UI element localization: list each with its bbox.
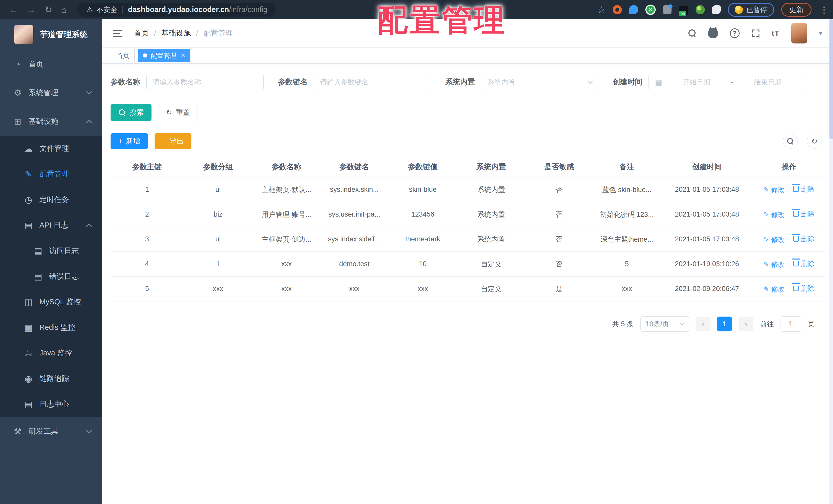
add-button[interactable]: + 新增 <box>111 133 148 149</box>
browser-extensions-area: ☆ × 已暂停 更新 ⋮ <box>597 3 833 17</box>
extension-leaf-icon[interactable] <box>695 5 705 14</box>
sidebar-item-file-management[interactable]: ☁ 文件管理 <box>0 136 102 161</box>
current-page-button[interactable]: 1 <box>717 317 732 331</box>
sidebar-item-dev-tools[interactable]: ⚒ 研发工具 <box>0 417 102 446</box>
extension-grid-icon[interactable] <box>663 5 671 14</box>
plus-icon: + <box>118 137 122 145</box>
edit-link[interactable]: ✎修改 <box>763 260 785 269</box>
home-icon[interactable]: ⌂ <box>61 4 67 15</box>
cell-created: 2021-01-05 17:03:48 <box>661 227 753 252</box>
java-icon: ☕ <box>22 348 35 358</box>
download-icon: ↓ <box>162 137 166 145</box>
reload-icon[interactable]: ↻ <box>45 4 52 15</box>
edit-link[interactable]: ✎修改 <box>763 185 785 195</box>
edit-link[interactable]: ✎修改 <box>763 210 785 219</box>
reset-button[interactable]: ↻ 重置 <box>158 104 198 121</box>
help-icon[interactable]: ? <box>730 28 740 38</box>
current-page-number: 1 <box>722 320 726 328</box>
sidebar-item-access-logs[interactable]: ▤ 访问日志 <box>0 238 102 263</box>
col-param-group: 参数分组 <box>184 157 253 177</box>
delete-link[interactable]: 删除 <box>793 234 814 244</box>
cell-actions: ✎修改删除 <box>753 276 825 301</box>
search-button[interactable]: 搜索 <box>111 104 151 121</box>
start-date-placeholder[interactable]: 开始日期 <box>669 77 724 87</box>
next-page-button[interactable]: › <box>739 317 754 331</box>
sidebar-item-label: 系统管理 <box>29 88 58 98</box>
chevron-down-icon <box>588 79 592 84</box>
font-size-icon[interactable]: tT <box>772 29 780 37</box>
system-type-select[interactable]: 系统内置 <box>481 74 598 90</box>
extension-check-icon[interactable]: × <box>645 5 656 15</box>
tag-config-management[interactable]: 配置管理 × <box>138 49 190 62</box>
breadcrumb-section[interactable]: 基础设施 <box>161 28 191 39</box>
sidebar-item-api-logs[interactable]: ▤ API 日志 <box>0 212 102 238</box>
page-size-select[interactable]: 10条/页 <box>640 316 689 332</box>
date-range-picker[interactable]: ▦ 开始日期 - 结束日期 <box>648 74 802 90</box>
github-icon[interactable] <box>708 28 718 39</box>
sidebar-item-log-center[interactable]: ▤ 日志中心 <box>0 392 102 417</box>
extensions-puzzle-icon[interactable] <box>712 5 721 14</box>
tag-home[interactable]: 首页 <box>111 49 135 62</box>
delete-link[interactable]: 删除 <box>793 209 814 219</box>
toggle-search-button[interactable] <box>783 134 798 149</box>
bookmark-star-icon[interactable]: ☆ <box>597 4 605 15</box>
col-created: 创建时间 <box>661 157 753 177</box>
end-date-placeholder[interactable]: 结束日期 <box>740 77 795 87</box>
sidebar-item-home[interactable]: ◔ 首页 <box>0 50 102 78</box>
cell-created: 2021-02-09 20:06:47 <box>661 276 753 301</box>
sidebar-item-tracing[interactable]: ◉ 链路追踪 <box>0 366 102 392</box>
delete-link[interactable]: 删除 <box>793 284 814 293</box>
sidebar: 芋道管理系统 ◔ 首页 ⚙ 系统管理 ⊞ 基础设施 ☁ 文件管理 ✎ 配置管理 … <box>0 19 102 504</box>
browser-scrollbar[interactable] <box>829 19 833 504</box>
caret-down-icon[interactable]: ▾ <box>819 29 822 37</box>
profile-paused-pill[interactable]: 已暂停 <box>728 3 774 17</box>
param-name-input[interactable] <box>146 74 264 90</box>
edit-label: 修改 <box>771 185 785 195</box>
refresh-table-button[interactable]: ↻ <box>807 134 822 149</box>
chevron-down-icon <box>86 428 92 433</box>
sidebar-item-label: 研发工具 <box>29 426 58 436</box>
sidebar-logo-row[interactable]: 芋道管理系统 <box>0 19 102 50</box>
scrollbar-thumb[interactable] <box>829 19 833 140</box>
sidebar-item-scheduled-tasks[interactable]: ◷ 定时任务 <box>0 187 102 212</box>
chevron-down-icon <box>86 89 92 95</box>
table-row: 5 xxx xxx xxx xxx 自定义 是 xxx 2021-02-09 2… <box>111 276 825 301</box>
sidebar-item-error-logs[interactable]: ▤ 错误日志 <box>0 263 102 289</box>
fullscreen-icon[interactable] <box>752 29 760 37</box>
sidebar-item-infra[interactable]: ⊞ 基础设施 <box>0 107 102 136</box>
search-icon[interactable] <box>688 29 696 37</box>
sidebar-item-mysql-monitor[interactable]: ◫ MySQL 监控 <box>0 289 102 315</box>
url-bar[interactable]: ⚠ 不安全 dashboard.yudao.iocoder.cn /infra/… <box>78 3 276 17</box>
update-button[interactable]: 更新 <box>781 3 811 17</box>
sidebar-item-config-management[interactable]: ✎ 配置管理 <box>0 161 102 187</box>
extension-orange-icon[interactable] <box>613 5 622 14</box>
delete-link[interactable]: 删除 <box>793 259 814 268</box>
main-area: 首页 / 基础设施 / 配置管理 ? tT ▾ 首页 配置管理 × <box>102 19 833 504</box>
total-count: 共 5 条 <box>612 319 634 329</box>
forward-icon[interactable]: → <box>27 4 36 15</box>
cell-key: sys.user.init-pa... <box>320 202 388 227</box>
close-icon[interactable]: × <box>181 52 185 59</box>
goto-page-input[interactable] <box>781 316 801 332</box>
table-row: 4 1 xxx demo.test 10 自定义 否 5 2021-01-19 … <box>111 252 825 276</box>
extension-pin-icon[interactable] <box>629 5 638 14</box>
sidebar-item-java-monitor[interactable]: ☕ Java 监控 <box>0 341 102 366</box>
cell-value: 123456 <box>388 202 457 227</box>
hamburger-icon[interactable] <box>113 30 122 37</box>
edit-link[interactable]: ✎修改 <box>763 235 785 244</box>
delete-link[interactable]: 删除 <box>793 185 814 194</box>
back-icon[interactable]: ← <box>9 4 18 15</box>
clock-icon: ◷ <box>22 195 35 205</box>
sidebar-item-system[interactable]: ⚙ 系统管理 <box>0 78 102 107</box>
edit-link[interactable]: ✎修改 <box>763 285 785 294</box>
next-icon: › <box>745 319 747 329</box>
export-button[interactable]: ↓ 导出 <box>154 133 191 149</box>
prev-page-button[interactable]: ‹ <box>695 317 710 331</box>
user-avatar[interactable] <box>791 23 807 44</box>
browser-menu-icon[interactable]: ⋮ <box>820 5 828 15</box>
breadcrumb-home[interactable]: 首页 <box>134 28 149 39</box>
extension-on-icon[interactable] <box>679 5 688 15</box>
param-key-input[interactable] <box>314 74 431 90</box>
cell-id: 3 <box>111 227 184 252</box>
sidebar-item-redis-monitor[interactable]: ▣ Redis 监控 <box>0 315 102 341</box>
